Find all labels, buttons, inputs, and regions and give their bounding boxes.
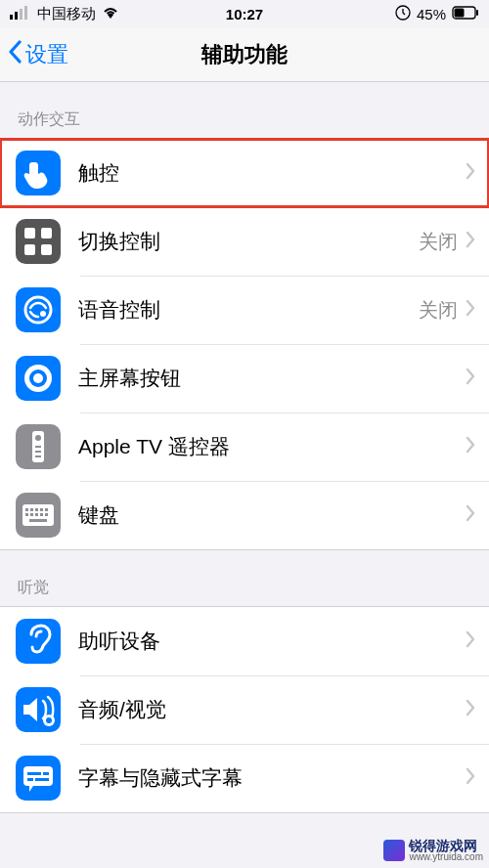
row-switch-control[interactable]: 切换控制 关闭 (0, 207, 489, 276)
section-header-motion: 动作交互 (0, 82, 489, 138)
chevron-right-icon (466, 162, 475, 184)
section-header-hearing: 听觉 (0, 550, 489, 606)
svg-rect-35 (30, 513, 33, 516)
chevron-right-icon (466, 436, 475, 457)
svg-rect-46 (27, 772, 41, 775)
screen: { "status_bar": { "carrier": "中国移动", "ti… (0, 0, 489, 868)
svg-rect-37 (40, 513, 43, 516)
switch-icon (16, 219, 61, 264)
svg-rect-12 (24, 244, 35, 255)
back-button[interactable]: 设置 (0, 40, 68, 69)
nav-bar: 设置 辅助功能 (0, 27, 489, 82)
svg-point-20 (33, 373, 43, 383)
row-value: 关闭 (419, 229, 458, 255)
appletv-icon (16, 424, 61, 469)
svg-rect-29 (25, 508, 28, 511)
row-label: 主屏幕按钮 (78, 365, 458, 392)
row-touch[interactable]: 触控 (0, 139, 489, 207)
svg-rect-39 (29, 519, 47, 522)
row-label: 语音控制 (78, 296, 419, 324)
chevron-right-icon (466, 231, 475, 252)
rotation-lock-icon (395, 5, 411, 23)
svg-rect-31 (35, 508, 38, 511)
row-label: 音频/视觉 (78, 696, 458, 723)
svg-rect-32 (40, 508, 43, 511)
chevron-left-icon (8, 40, 23, 69)
row-subtitles[interactable]: 字幕与隐藏式字幕 (0, 744, 489, 812)
chevron-right-icon (466, 504, 475, 526)
svg-rect-11 (41, 228, 52, 239)
keyboard-icon (16, 493, 61, 538)
watermark-url: www.ytruida.com (409, 852, 483, 862)
row-label: 键盘 (78, 501, 458, 529)
row-appletv-remote[interactable]: Apple TV 遥控器 (0, 412, 489, 481)
home-btn-icon (16, 356, 61, 401)
status-bar: 中国移动 10:27 45% (0, 0, 489, 27)
clock: 10:27 (226, 6, 263, 22)
svg-rect-10 (24, 228, 35, 239)
svg-rect-25 (35, 451, 41, 453)
chevron-right-icon (466, 699, 475, 720)
chevron-right-icon (466, 767, 475, 789)
row-keyboard[interactable]: 键盘 (0, 481, 489, 549)
carrier-label: 中国移动 (37, 5, 96, 23)
chevron-right-icon (466, 299, 475, 321)
row-label: 切换控制 (78, 228, 419, 255)
row-value: 关闭 (419, 297, 458, 324)
watermark-text: 锐得游戏网 (409, 839, 483, 852)
svg-rect-0 (10, 15, 13, 20)
chevron-right-icon (466, 368, 475, 389)
page-title: 辅助功能 (201, 40, 288, 69)
svg-rect-2 (20, 9, 22, 20)
svg-rect-9 (16, 219, 61, 264)
svg-rect-1 (15, 12, 18, 20)
svg-rect-7 (476, 10, 478, 16)
svg-rect-45 (23, 766, 53, 786)
svg-rect-24 (35, 446, 41, 448)
svg-rect-14 (16, 287, 61, 332)
watermark-logo-icon (383, 840, 405, 861)
list-hearing: 助听设备 音频/视觉 字幕与隐藏式字幕 (0, 606, 489, 813)
audiovisual-icon (16, 687, 61, 732)
watermark: 锐得游戏网 www.ytruida.com (383, 839, 483, 862)
list-motion: 触控 切换控制 关闭 语音控制 关闭 主屏幕按钮 (0, 138, 489, 550)
back-label: 设置 (25, 40, 68, 69)
svg-rect-48 (27, 778, 33, 781)
svg-rect-34 (25, 513, 28, 516)
svg-point-23 (35, 435, 41, 441)
status-left: 中国移动 (10, 5, 119, 23)
row-label: Apple TV 遥控器 (78, 433, 458, 460)
svg-rect-49 (35, 778, 49, 781)
signal-icon (10, 6, 31, 22)
wifi-icon (102, 6, 119, 22)
subtitles-icon (16, 756, 61, 801)
svg-rect-30 (30, 508, 33, 511)
row-label: 助听设备 (78, 628, 458, 655)
svg-rect-47 (43, 772, 49, 775)
row-audio-visual[interactable]: 音频/视觉 (0, 675, 489, 744)
row-home-button[interactable]: 主屏幕按钮 (0, 344, 489, 412)
status-right: 45% (395, 5, 479, 23)
svg-rect-3 (24, 6, 27, 20)
svg-rect-33 (45, 508, 48, 511)
svg-rect-36 (35, 513, 38, 516)
svg-point-16 (40, 311, 46, 317)
battery-percent: 45% (417, 6, 446, 22)
row-label: 触控 (78, 159, 458, 187)
hearing-icon (16, 619, 61, 664)
chevron-right-icon (466, 630, 475, 652)
row-label: 字幕与隐藏式字幕 (78, 764, 458, 792)
battery-icon (452, 6, 479, 22)
svg-rect-38 (45, 513, 48, 516)
touch-icon (16, 151, 61, 195)
svg-rect-6 (455, 8, 465, 17)
row-hearing-devices[interactable]: 助听设备 (0, 607, 489, 675)
svg-point-43 (46, 717, 52, 723)
svg-rect-26 (35, 456, 41, 457)
row-voice-control[interactable]: 语音控制 关闭 (0, 276, 489, 344)
svg-rect-13 (41, 244, 52, 255)
voice-icon (16, 287, 61, 332)
